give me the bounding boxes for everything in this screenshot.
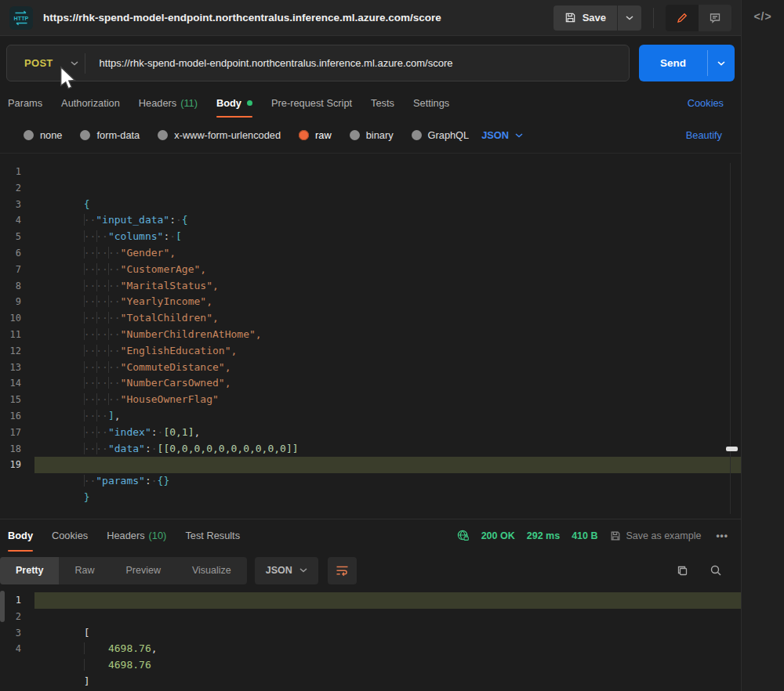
code-line: 12 ······"NumberCarsOwned",: [0, 343, 741, 360]
save-icon: [610, 530, 621, 541]
body-type-option[interactable]: none: [24, 129, 62, 141]
wrap-text-button[interactable]: [328, 557, 357, 584]
tab-label: Cookies: [52, 530, 88, 541]
send-button[interactable]: Send: [639, 45, 707, 81]
code-content: ······"Gender",: [34, 212, 741, 229]
code-content: 4698.76: [34, 625, 741, 642]
radio-label: GraphQL: [428, 129, 470, 141]
url-box: POST https://rhk-spend-model-endpoint.no…: [6, 45, 630, 81]
language-label: JSON: [481, 129, 509, 141]
body-type-option[interactable]: GraphQL: [412, 129, 470, 141]
language-label: JSON: [266, 565, 292, 576]
response-tab[interactable]: Body: [8, 519, 33, 552]
response-toolbar: Pretty Raw Preview Visualize JSON: [0, 552, 741, 589]
body-type-option[interactable]: form-data: [80, 129, 140, 141]
code-token: :: [145, 475, 151, 487]
code-token: ]: [84, 675, 90, 687]
code-line: 17 ··},: [0, 425, 741, 441]
response-view-button[interactable]: Visualize: [176, 557, 247, 584]
request-tab[interactable]: Headers (11): [139, 88, 198, 118]
code-content: ······"HouseOwnerFlag": [34, 360, 741, 376]
tab-label: Body: [216, 97, 241, 109]
response-language-dropdown[interactable]: JSON: [255, 557, 318, 584]
line-number: 13: [0, 360, 34, 376]
line-number: 5: [0, 229, 34, 245]
response-tab[interactable]: Test Results: [185, 519, 240, 552]
code-content: ······"CustomerAge",: [34, 229, 741, 245]
body-language-dropdown[interactable]: JSON: [481, 129, 523, 141]
request-body-editor[interactable]: 1 { 2 ··"input_data":·{ 3 ····"columns":…: [0, 157, 741, 519]
save-options-button[interactable]: [618, 5, 641, 31]
response-tools: [677, 564, 741, 577]
request-tab[interactable]: Settings: [413, 88, 449, 118]
edit-button[interactable]: [666, 5, 699, 31]
code-content: ····"index":·[0,1],: [34, 392, 741, 408]
request-tab[interactable]: Params: [8, 88, 42, 118]
save-as-example-button[interactable]: Save as example: [610, 530, 702, 541]
body-type-option[interactable]: x-www-form-urlencoded: [158, 129, 281, 141]
more-options-button[interactable]: •••: [716, 530, 728, 541]
request-tab[interactable]: Tests: [371, 88, 394, 118]
code-token: }: [84, 491, 90, 503]
url-input[interactable]: https://rhk-spend-model-endpoint.northce…: [89, 57, 453, 69]
response-view-button[interactable]: Raw: [59, 557, 110, 584]
request-tab[interactable]: Pre-request Script: [271, 88, 352, 118]
status-badge[interactable]: 200 OK: [481, 530, 515, 541]
body-type-option[interactable]: binary: [350, 129, 394, 141]
request-tab[interactable]: Authorization: [61, 88, 120, 118]
code-content: ]: [34, 641, 741, 657]
tab-label: Headers: [139, 97, 176, 109]
request-tabs-row: Params Authorization Headers (11): [0, 88, 741, 118]
body-type-option[interactable]: raw: [299, 129, 332, 141]
code-content: ······"YearlyIncome",: [34, 262, 741, 278]
response-body-editor[interactable]: 1 [ 2 4698.76, 3 4698.76 4: [0, 589, 741, 691]
line-number: 1: [0, 164, 34, 180]
line-number: 18: [0, 441, 34, 458]
code-content: ······"NumberCarsOwned",: [34, 343, 741, 360]
radio-icon: [80, 130, 90, 140]
radio-label: none: [40, 129, 62, 141]
code-content: 4698.76,: [34, 609, 741, 625]
response-time[interactable]: 292 ms: [527, 530, 560, 541]
save-button[interactable]: Save: [554, 5, 617, 31]
line-number: 2: [0, 609, 34, 625]
network-globe-lock-icon: [456, 529, 470, 542]
editor-scrollbar-thumb[interactable]: [726, 447, 738, 451]
request-topbar: HTTP https://rhk-spend-model-endpoint.no…: [0, 0, 741, 36]
code-content: ······"MaritalStatus",: [34, 245, 741, 262]
code-line: 2 ··"input_data":·{: [0, 180, 741, 197]
save-icon: [564, 12, 576, 24]
search-icon: [710, 564, 722, 577]
code-line: 14 ····],: [0, 375, 741, 392]
send-options-button[interactable]: [708, 45, 735, 81]
response-view-button[interactable]: Preview: [110, 557, 176, 584]
comment-button[interactable]: [699, 5, 731, 31]
code-token: {}: [158, 475, 170, 487]
radio-icon: [350, 130, 360, 140]
code-line: 11 ······"CommuteDistance",: [0, 327, 741, 343]
response-size[interactable]: 410 B: [572, 530, 597, 541]
response-view-button[interactable]: Pretty: [0, 557, 59, 584]
beautify-link[interactable]: Beautify: [686, 129, 722, 141]
code-content: ······"EnglishEducation",: [34, 310, 741, 327]
wrap-text-icon: [336, 565, 349, 577]
response-tab[interactable]: Headers (10): [107, 519, 166, 552]
request-tab[interactable]: Body: [216, 88, 252, 118]
search-button[interactable]: [710, 564, 722, 577]
code-line: 16 ····"data":·[[0,0,0,0,0,0,0,0,0,0]]: [0, 408, 741, 425]
code-content: ··"params":·{}: [34, 441, 741, 458]
cookies-link[interactable]: Cookies: [688, 97, 724, 109]
body-type-options: none form-data x-www-form-urlencoded raw: [24, 129, 469, 141]
response-tab[interactable]: Cookies: [52, 519, 88, 552]
code-line: 6 ······"MaritalStatus",: [0, 245, 741, 262]
code-line: 5 ······"CustomerAge",: [0, 229, 741, 245]
line-number: 1: [0, 592, 34, 609]
copy-button[interactable]: [677, 565, 688, 577]
code-snippet-icon[interactable]: </>: [753, 10, 771, 691]
radio-label: form-data: [96, 129, 140, 141]
response-scrollbar-thumb[interactable]: [0, 591, 5, 622]
radio-label: binary: [366, 129, 394, 141]
method-selector[interactable]: POST: [7, 57, 71, 69]
chevron-down-icon[interactable]: [71, 61, 78, 66]
tab-label: Body: [8, 530, 33, 541]
